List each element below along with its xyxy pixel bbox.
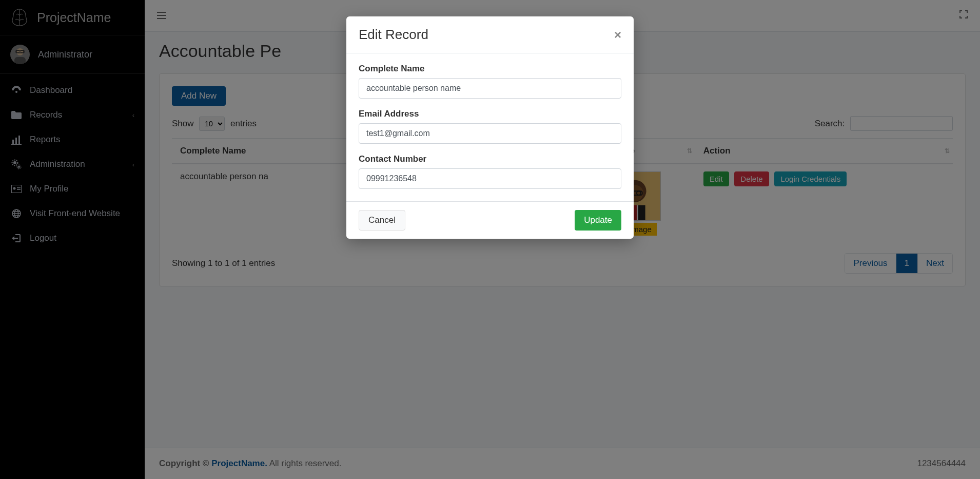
label-complete-name: Complete Name [359, 64, 621, 74]
label-email: Email Address [359, 109, 621, 119]
input-contact[interactable] [359, 168, 621, 189]
modal-body: Complete Name Email Address Contact Numb… [346, 53, 634, 201]
close-icon[interactable]: × [614, 29, 621, 41]
input-complete-name[interactable] [359, 78, 621, 99]
modal-footer: Cancel Update [346, 201, 634, 239]
modal-overlay[interactable]: Edit Record × Complete Name Email Addres… [0, 0, 980, 479]
modal-title: Edit Record [359, 27, 428, 43]
label-contact: Contact Number [359, 154, 621, 164]
modal-header: Edit Record × [346, 16, 634, 53]
update-button[interactable]: Update [575, 210, 621, 231]
input-email[interactable] [359, 123, 621, 144]
cancel-button[interactable]: Cancel [359, 210, 405, 231]
edit-record-modal: Edit Record × Complete Name Email Addres… [346, 16, 634, 239]
